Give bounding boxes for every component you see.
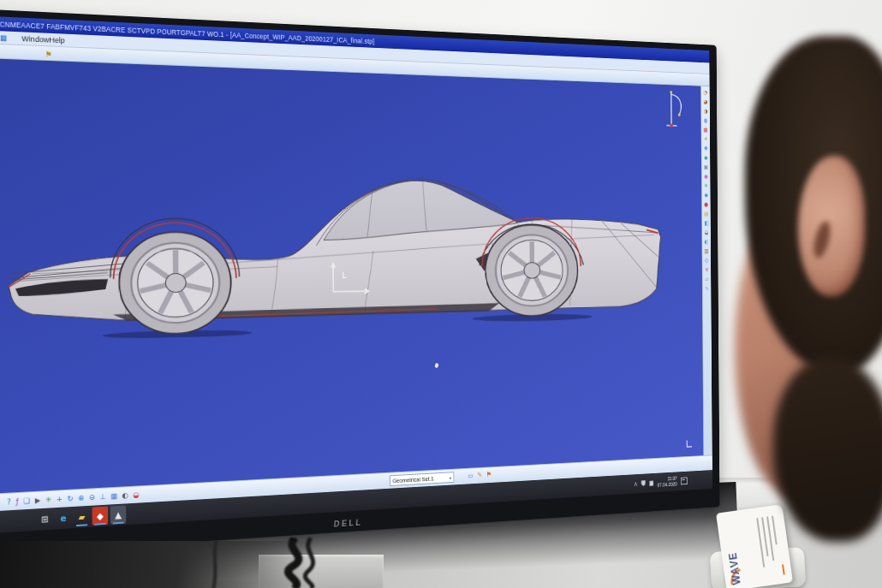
formula-icon[interactable]: ƒ <box>16 496 19 507</box>
right-tool-diamond-icon[interactable]: ◆ <box>703 154 709 162</box>
pencil-icon[interactable]: ✎ <box>477 470 482 479</box>
rear-wheel <box>485 225 577 317</box>
tray-chevron-icon[interactable]: ∧ <box>634 480 637 487</box>
right-tool-gem-icon[interactable]: ◈ <box>703 192 709 199</box>
right-tool-star-icon[interactable]: ✦ <box>703 136 709 144</box>
right-tool-shade-icon[interactable]: ◐ <box>704 239 710 246</box>
start-button[interactable]: ⊞ <box>37 509 53 529</box>
card-accent <box>782 564 785 574</box>
hide-show-icon[interactable]: ◒ <box>133 490 139 500</box>
action-center-icon[interactable] <box>681 477 688 484</box>
right-tool-fit-icon[interactable]: ✳ <box>703 182 709 189</box>
right-tool-half-icon[interactable]: ◒ <box>703 229 709 236</box>
business-card: WAVE <box>716 504 793 588</box>
rotate-icon[interactable]: ↻ <box>68 493 74 503</box>
multi-view-icon[interactable]: ▦ <box>110 491 117 502</box>
pan-icon[interactable]: + <box>57 494 63 504</box>
chat-icon[interactable]: ❏ <box>23 496 30 506</box>
right-tool-plane-icon[interactable]: ▱ <box>704 276 710 282</box>
app-red-icon[interactable]: ◆ <box>92 507 109 526</box>
right-tool-split-icon[interactable]: ◧ <box>703 220 709 227</box>
help-icon[interactable]: ? <box>7 496 11 507</box>
menu-item[interactable]: Window <box>21 33 49 44</box>
right-tool-iso-view-icon[interactable]: ◕ <box>702 98 708 106</box>
right-tool-curve-icon[interactable]: ∿ <box>704 285 710 292</box>
geometrical-set-combo[interactable]: Geometrical Set.1 ▾ <box>390 472 454 486</box>
combo-value: Geometrical Set.1 <box>392 475 433 484</box>
clock-date: 07.04.2020 <box>658 481 677 488</box>
right-tool-info-icon[interactable]: ◍ <box>703 117 709 125</box>
security-shield-icon[interactable] <box>641 480 646 486</box>
card-brand: WAVE <box>722 518 743 585</box>
menu-items: WindowHelp <box>21 33 65 45</box>
render-style-icon[interactable]: ◐ <box>122 490 128 501</box>
right-toolbar: ◔◕◑◍▦✦❖◆▣◉✳◈●▤◧◒◐▥◇×▱∿ <box>700 86 712 455</box>
shadow-corner <box>0 541 325 588</box>
sketch-tracer-icon[interactable]: ⚑ <box>45 50 52 59</box>
tray-app-icon[interactable] <box>649 480 653 486</box>
car-model <box>5 163 662 342</box>
zoom-out-icon[interactable]: ⊖ <box>89 492 95 502</box>
frame-icon[interactable]: ▭ <box>468 471 474 480</box>
fly-mode-icon[interactable]: ▶ <box>35 495 41 505</box>
photo-scene: CNMEAACE7 FABFMVF743 V2BACRE SCTVPD POUR… <box>0 0 882 588</box>
fit-all-in-icon[interactable]: ✳ <box>45 495 51 505</box>
right-tool-layers-icon[interactable]: ▤ <box>703 211 709 217</box>
edge-icon[interactable]: e <box>56 508 72 528</box>
cad-screen: CNMEAACE7 FABFMVF743 V2BACRE SCTVPD POUR… <box>0 14 712 537</box>
right-tool-compass-icon[interactable]: ❖ <box>703 146 709 153</box>
right-tool-wire-icon[interactable]: ◇ <box>704 257 710 264</box>
right-tool-dot-icon[interactable]: ● <box>703 201 709 208</box>
flag-icon[interactable]: ⚑ <box>486 470 492 479</box>
person-ear <box>798 156 865 296</box>
cursor-speck <box>434 363 439 369</box>
corner-axis-icon <box>684 439 693 449</box>
front-wheel <box>118 232 230 335</box>
compass-icon[interactable] <box>659 89 687 132</box>
right-tool-close-icon[interactable]: × <box>704 266 710 273</box>
system-tray: ∧ 11:07 07.04.2020 <box>634 472 687 494</box>
taskbar-clock[interactable]: 11:07 07.04.2020 <box>657 476 676 489</box>
card-text-lines <box>756 516 780 567</box>
viewport-3d[interactable]: L ◔◕◑◍▦✦❖◆▣◉✳◈●▤◧◒◐▥◇×▱∿ <box>0 56 712 496</box>
app-icon: ▦ <box>0 33 7 42</box>
right-tool-rotate-view-icon[interactable]: ◔ <box>702 89 708 97</box>
app-dark-icon[interactable]: ▲ <box>110 505 127 524</box>
chevron-down-icon: ▾ <box>450 475 451 480</box>
right-tool-panel-icon[interactable]: ▣ <box>703 163 709 171</box>
file-explorer-icon[interactable]: ▰ <box>74 508 90 526</box>
right-tool-grid-icon[interactable]: ▦ <box>703 127 709 134</box>
right-tool-hatch-icon[interactable]: ▥ <box>704 248 710 255</box>
person-beard <box>773 358 882 542</box>
normal-view-icon[interactable]: ⊥ <box>99 491 105 502</box>
dell-logo: DELL <box>333 517 363 528</box>
right-tool-target-icon[interactable]: ◉ <box>703 173 709 180</box>
menu-item[interactable]: Help <box>49 35 64 45</box>
axis-system-marker[interactable]: L <box>328 261 373 297</box>
zoom-in-icon[interactable]: ⊕ <box>78 493 84 503</box>
right-tool-front-view-icon[interactable]: ◑ <box>702 108 708 116</box>
axis-label: L <box>343 270 347 279</box>
dell-monitor: CNMEAACE7 FABFMVF743 V2BACRE SCTVPD POUR… <box>0 7 719 560</box>
